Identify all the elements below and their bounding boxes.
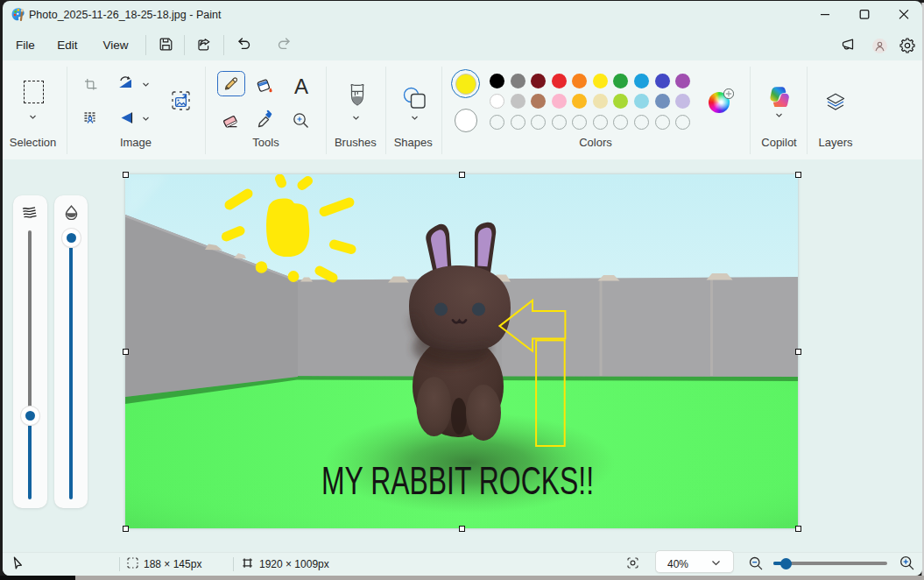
svg-text:MY RABBIT ROCKS!!: MY RABBIT ROCKS!! <box>321 460 594 502</box>
